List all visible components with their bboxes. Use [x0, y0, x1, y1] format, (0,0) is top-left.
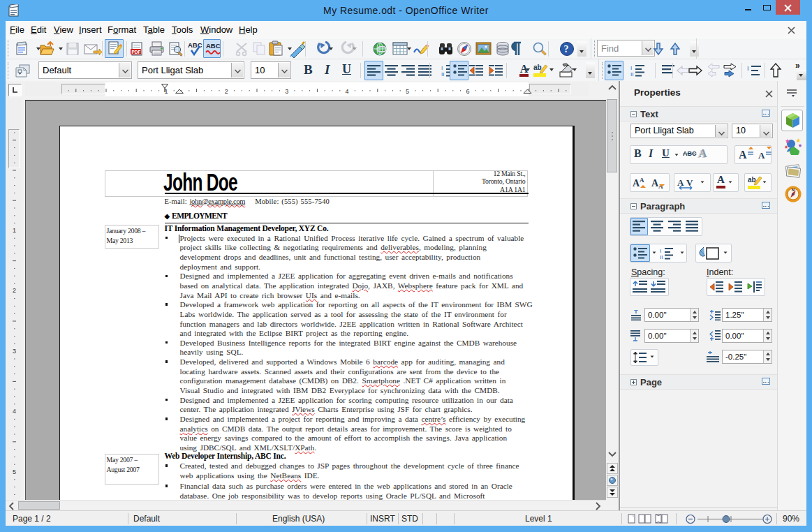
svg-text:A: A [640, 177, 644, 184]
svg-text:N: N [792, 188, 795, 192]
svg-text:ab: ab [533, 64, 542, 71]
svg-text:II: II [441, 71, 444, 77]
svg-text:I: I [660, 248, 661, 254]
svg-text:3: 3 [13, 348, 16, 355]
svg-text:3: 3 [285, 88, 288, 95]
svg-text:I: I [747, 65, 749, 72]
svg-text:5: 5 [13, 468, 16, 475]
svg-text:5: 5 [406, 88, 409, 95]
svg-text:?: ? [564, 44, 569, 54]
svg-text:4: 4 [13, 408, 16, 415]
svg-text:6: 6 [466, 88, 469, 95]
svg-text:I: I [630, 65, 632, 71]
svg-text:4: 4 [346, 88, 349, 95]
svg-text:I: I [441, 65, 443, 71]
svg-text:1: 1 [13, 227, 16, 234]
svg-text:2: 2 [13, 287, 16, 294]
svg-text:II: II [660, 254, 663, 260]
svg-text:A: A [758, 150, 765, 161]
svg-text:II: II [630, 71, 633, 77]
svg-text:A: A [739, 149, 747, 161]
svg-text:ABC: ABC [206, 42, 221, 50]
svg-text:ab: ab [748, 176, 756, 184]
svg-text:2: 2 [225, 88, 228, 95]
svg-text:ABC: ABC [188, 41, 202, 49]
svg-text:PDF: PDF [132, 50, 141, 54]
